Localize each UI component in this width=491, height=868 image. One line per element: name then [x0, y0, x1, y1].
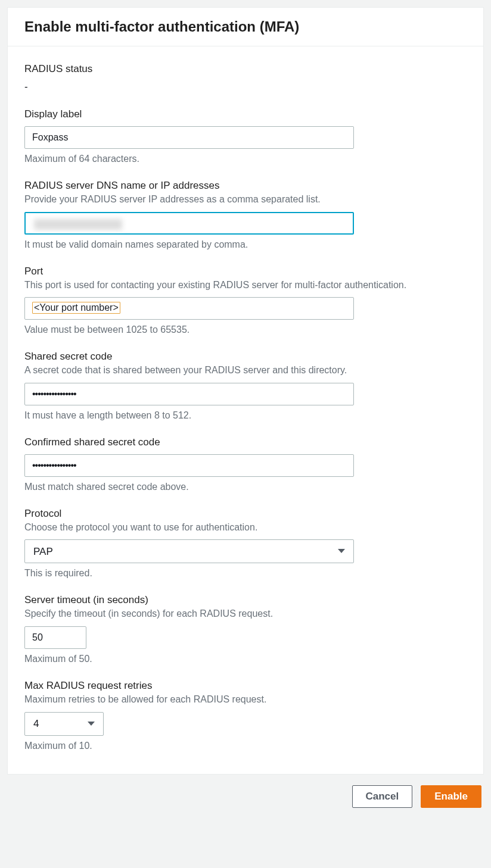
- radius-status-field: RADIUS status -: [24, 63, 467, 93]
- port-field: Port This port is used for contacting yo…: [24, 266, 467, 336]
- secret-desc: A secret code that is shared between you…: [24, 364, 467, 377]
- display-label-help: Maximum of 64 characters.: [24, 154, 467, 164]
- dns-field: RADIUS server DNS name or IP addresses P…: [24, 180, 467, 250]
- secret-field: Shared secret code A secret code that is…: [24, 351, 467, 421]
- retries-desc: Maximum retries to be allowed for each R…: [24, 693, 467, 706]
- port-placeholder-text: <Your port number>: [32, 302, 120, 314]
- secret-label: Shared secret code: [24, 351, 467, 363]
- footer-actions: Cancel Enable: [7, 775, 484, 808]
- port-help: Value must be between 1025 to 65535.: [24, 324, 467, 335]
- retries-help: Maximum of 10.: [24, 741, 467, 751]
- protocol-label: Protocol: [24, 508, 467, 520]
- timeout-input[interactable]: [24, 626, 86, 649]
- protocol-help: This is required.: [24, 568, 467, 579]
- secret-confirm-field: Confirmed shared secret code Must match …: [24, 436, 467, 492]
- secret-confirm-help: Must match shared secret code above.: [24, 482, 467, 492]
- enable-button[interactable]: Enable: [421, 785, 481, 808]
- dns-desc: Provide your RADIUS server IP addresses …: [24, 193, 467, 206]
- timeout-desc: Specify the timeout (in seconds) for eac…: [24, 607, 467, 620]
- secret-help: It must have a length between 8 to 512.: [24, 410, 467, 421]
- display-label-field: Display label Maximum of 64 characters.: [24, 108, 467, 164]
- radius-status-label: RADIUS status: [24, 63, 467, 75]
- secret-confirm-label: Confirmed shared secret code: [24, 436, 467, 448]
- radius-status-value: -: [24, 81, 467, 93]
- retries-select[interactable]: 4: [24, 712, 104, 736]
- cancel-button[interactable]: Cancel: [352, 785, 413, 808]
- retries-field: Max RADIUS request retries Maximum retri…: [24, 680, 467, 751]
- protocol-desc: Choose the protocol you want to use for …: [24, 521, 467, 534]
- timeout-help: Maximum of 50.: [24, 654, 467, 664]
- form-body: RADIUS status - Display label Maximum of…: [8, 46, 483, 774]
- port-input[interactable]: <Your port number>: [24, 297, 354, 320]
- display-label-input[interactable]: [24, 126, 354, 149]
- timeout-field: Server timeout (in seconds) Specify the …: [24, 594, 467, 664]
- protocol-field: Protocol Choose the protocol you want to…: [24, 508, 467, 579]
- protocol-select[interactable]: PAP: [24, 539, 354, 563]
- page-title: Enable multi-factor authentication (MFA): [24, 18, 467, 35]
- dns-label: RADIUS server DNS name or IP addresses: [24, 180, 467, 192]
- display-label-label: Display label: [24, 108, 467, 120]
- port-desc: This port is used for contacting your ex…: [24, 279, 467, 292]
- redacted-value: [34, 219, 122, 230]
- port-label: Port: [24, 266, 467, 277]
- timeout-label: Server timeout (in seconds): [24, 594, 467, 606]
- dns-input[interactable]: [24, 212, 354, 235]
- dns-help: It must be valid domain names separated …: [24, 239, 467, 250]
- secret-confirm-input[interactable]: [24, 454, 354, 477]
- retries-label: Max RADIUS request retries: [24, 680, 467, 692]
- panel-header: Enable multi-factor authentication (MFA): [8, 8, 483, 46]
- mfa-panel: Enable multi-factor authentication (MFA)…: [7, 7, 484, 775]
- secret-input[interactable]: [24, 383, 354, 405]
